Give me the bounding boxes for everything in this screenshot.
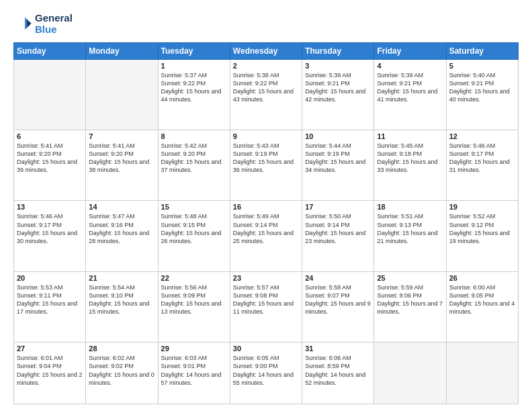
cal-cell: 13 Sunrise: 5:46 AMSunset: 9:17 PMDaylig…	[14, 201, 86, 271]
cell-info: Sunrise: 5:38 AMSunset: 9:22 PMDaylight:…	[233, 72, 294, 103]
cell-info: Sunrise: 5:39 AMSunset: 9:21 PMDaylight:…	[305, 72, 365, 103]
cal-cell: 31 Sunrise: 6:06 AMSunset: 8:59 PMDaylig…	[302, 342, 374, 404]
day-number: 31	[305, 345, 371, 353]
cell-info: Sunrise: 5:44 AMSunset: 9:19 PMDaylight:…	[305, 142, 365, 173]
cell-info: Sunrise: 5:56 AMSunset: 9:09 PMDaylight:…	[161, 284, 222, 315]
cal-cell: 25 Sunrise: 5:59 AMSunset: 9:06 PMDaylig…	[374, 271, 446, 342]
cal-cell: 19 Sunrise: 5:52 AMSunset: 9:12 PMDaylig…	[446, 201, 518, 271]
header-monday: Monday	[86, 42, 158, 59]
day-number: 7	[89, 132, 154, 140]
cal-cell: 16 Sunrise: 5:49 AMSunset: 9:14 PMDaylig…	[230, 201, 302, 271]
cell-info: Sunrise: 5:42 AMSunset: 9:20 PMDaylight:…	[161, 142, 222, 173]
day-number: 23	[233, 274, 299, 282]
header-thursday: Thursday	[302, 42, 374, 59]
cell-info: Sunrise: 5:54 AMSunset: 9:10 PMDaylight:…	[89, 284, 149, 315]
cal-cell: 20 Sunrise: 5:53 AMSunset: 9:11 PMDaylig…	[14, 271, 86, 342]
cal-cell: 21 Sunrise: 5:54 AMSunset: 9:10 PMDaylig…	[86, 271, 158, 342]
header-sunday: Sunday	[14, 42, 86, 59]
cell-info: Sunrise: 5:50 AMSunset: 9:14 PMDaylight:…	[305, 213, 365, 244]
cal-cell: 4 Sunrise: 5:39 AMSunset: 9:21 PMDayligh…	[374, 59, 446, 130]
cell-info: Sunrise: 6:02 AMSunset: 9:02 PMDaylight:…	[89, 355, 154, 385]
cell-info: Sunrise: 6:01 AMSunset: 9:04 PMDaylight:…	[17, 355, 83, 385]
day-number: 28	[89, 345, 154, 353]
cell-info: Sunrise: 5:52 AMSunset: 9:12 PMDaylight:…	[449, 213, 510, 244]
cal-cell: 22 Sunrise: 5:56 AMSunset: 9:09 PMDaylig…	[158, 271, 230, 342]
cell-info: Sunrise: 6:00 AMSunset: 9:05 PMDaylight:…	[449, 284, 515, 315]
cal-cell: 23 Sunrise: 5:57 AMSunset: 9:08 PMDaylig…	[230, 271, 302, 342]
cal-cell: 12 Sunrise: 5:46 AMSunset: 9:17 PMDaylig…	[446, 130, 518, 200]
cal-cell: 3 Sunrise: 5:39 AMSunset: 9:21 PMDayligh…	[302, 59, 374, 130]
cell-info: Sunrise: 6:06 AMSunset: 8:59 PMDaylight:…	[305, 355, 365, 385]
cell-info: Sunrise: 5:39 AMSunset: 9:21 PMDaylight:…	[377, 72, 437, 103]
cal-cell: 28 Sunrise: 6:02 AMSunset: 9:02 PMDaylig…	[86, 342, 158, 404]
cell-info: Sunrise: 5:58 AMSunset: 9:07 PMDaylight:…	[305, 284, 371, 315]
cal-cell: 29 Sunrise: 6:03 AMSunset: 9:01 PMDaylig…	[158, 342, 230, 404]
day-number: 15	[161, 203, 227, 211]
cal-cell: 2 Sunrise: 5:38 AMSunset: 9:22 PMDayligh…	[230, 59, 302, 130]
cal-cell: 18 Sunrise: 5:51 AMSunset: 9:13 PMDaylig…	[374, 201, 446, 271]
day-number: 16	[233, 203, 299, 211]
cell-info: Sunrise: 5:37 AMSunset: 9:22 PMDaylight:…	[161, 72, 222, 103]
header-saturday: Saturday	[446, 42, 518, 59]
cell-info: Sunrise: 5:46 AMSunset: 9:17 PMDaylight:…	[17, 213, 77, 244]
cal-cell: 27 Sunrise: 6:01 AMSunset: 9:04 PMDaylig…	[14, 342, 86, 404]
header-wednesday: Wednesday	[230, 42, 302, 59]
cal-cell: 9 Sunrise: 5:43 AMSunset: 9:19 PMDayligh…	[230, 130, 302, 200]
cal-cell	[374, 342, 446, 404]
day-number: 27	[17, 345, 83, 353]
calendar-table: SundayMondayTuesdayWednesdayThursdayFrid…	[13, 42, 519, 405]
day-number: 14	[89, 203, 154, 211]
header-friday: Friday	[374, 42, 446, 59]
day-number: 25	[377, 274, 443, 282]
cal-cell	[86, 59, 158, 130]
page: General Blue SundayMondayTuesdayWednesda…	[0, 0, 532, 411]
cell-info: Sunrise: 5:51 AMSunset: 9:13 PMDaylight:…	[377, 213, 437, 244]
cal-cell: 10 Sunrise: 5:44 AMSunset: 9:19 PMDaylig…	[302, 130, 374, 200]
cal-cell: 14 Sunrise: 5:47 AMSunset: 9:16 PMDaylig…	[86, 201, 158, 271]
day-number: 13	[17, 203, 83, 211]
cal-cell: 30 Sunrise: 6:05 AMSunset: 9:00 PMDaylig…	[230, 342, 302, 404]
cal-cell: 8 Sunrise: 5:42 AMSunset: 9:20 PMDayligh…	[158, 130, 230, 200]
day-number: 30	[233, 345, 299, 353]
day-number: 17	[305, 203, 371, 211]
logo-text: General Blue	[35, 12, 73, 36]
day-number: 9	[233, 132, 299, 140]
day-number: 3	[305, 62, 371, 70]
day-number: 4	[377, 62, 443, 70]
cal-cell: 15 Sunrise: 5:48 AMSunset: 9:15 PMDaylig…	[158, 201, 230, 271]
cell-info: Sunrise: 5:43 AMSunset: 9:19 PMDaylight:…	[233, 142, 294, 173]
cal-cell	[446, 342, 518, 404]
day-number: 10	[305, 132, 371, 140]
day-number: 19	[449, 203, 515, 211]
cal-cell: 1 Sunrise: 5:37 AMSunset: 9:22 PMDayligh…	[158, 59, 230, 130]
day-number: 20	[17, 274, 83, 282]
day-number: 26	[449, 274, 515, 282]
cal-cell: 6 Sunrise: 5:41 AMSunset: 9:20 PMDayligh…	[14, 130, 86, 200]
cell-info: Sunrise: 5:41 AMSunset: 9:20 PMDaylight:…	[17, 142, 77, 173]
day-number: 8	[161, 132, 227, 140]
cell-info: Sunrise: 5:45 AMSunset: 9:18 PMDaylight:…	[377, 142, 437, 173]
cell-info: Sunrise: 5:49 AMSunset: 9:14 PMDaylight:…	[233, 213, 294, 244]
logo: General Blue	[13, 12, 73, 36]
cell-info: Sunrise: 5:57 AMSunset: 9:08 PMDaylight:…	[233, 284, 294, 315]
cell-info: Sunrise: 5:59 AMSunset: 9:06 PMDaylight:…	[377, 284, 443, 315]
cell-info: Sunrise: 5:41 AMSunset: 9:20 PMDaylight:…	[89, 142, 149, 173]
cell-info: Sunrise: 5:47 AMSunset: 9:16 PMDaylight:…	[89, 213, 149, 244]
day-number: 18	[377, 203, 443, 211]
day-number: 2	[233, 62, 299, 70]
day-number: 22	[161, 274, 227, 282]
header-tuesday: Tuesday	[158, 42, 230, 59]
cell-info: Sunrise: 6:03 AMSunset: 9:01 PMDaylight:…	[161, 355, 222, 385]
cell-info: Sunrise: 6:05 AMSunset: 9:00 PMDaylight:…	[233, 355, 294, 385]
cal-cell: 11 Sunrise: 5:45 AMSunset: 9:18 PMDaylig…	[374, 130, 446, 200]
day-number: 6	[17, 132, 83, 140]
cal-cell: 26 Sunrise: 6:00 AMSunset: 9:05 PMDaylig…	[446, 271, 518, 342]
svg-marker-1	[27, 19, 31, 28]
cell-info: Sunrise: 5:40 AMSunset: 9:21 PMDaylight:…	[449, 72, 510, 103]
cal-cell: 7 Sunrise: 5:41 AMSunset: 9:20 PMDayligh…	[86, 130, 158, 200]
cal-cell: 5 Sunrise: 5:40 AMSunset: 9:21 PMDayligh…	[446, 59, 518, 130]
cal-cell: 17 Sunrise: 5:50 AMSunset: 9:14 PMDaylig…	[302, 201, 374, 271]
day-number: 11	[377, 132, 443, 140]
day-number: 1	[161, 62, 227, 70]
cell-info: Sunrise: 5:46 AMSunset: 9:17 PMDaylight:…	[449, 142, 510, 173]
